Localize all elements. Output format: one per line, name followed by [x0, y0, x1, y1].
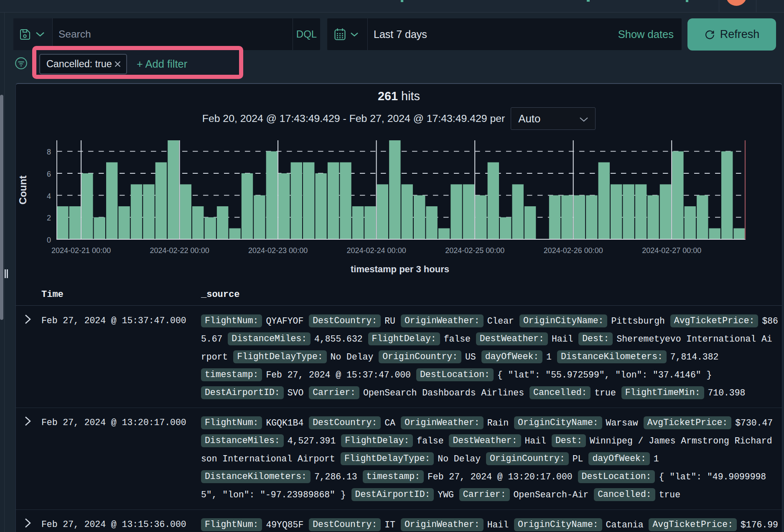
- svg-text:2024-02-21 00:00: 2024-02-21 00:00: [51, 246, 111, 255]
- svg-text:0: 0: [47, 236, 51, 244]
- svg-text:Count: Count: [17, 175, 28, 204]
- svg-text:2024-02-24 00:00: 2024-02-24 00:00: [347, 246, 406, 255]
- svg-text:6: 6: [47, 170, 51, 178]
- svg-text:2024-02-23 00:00: 2024-02-23 00:00: [248, 246, 308, 255]
- svg-text:2024-02-26 00:00: 2024-02-26 00:00: [544, 246, 603, 255]
- svg-text:4: 4: [47, 192, 51, 200]
- svg-text:2024-02-27 00:00: 2024-02-27 00:00: [642, 246, 701, 255]
- svg-text:timestamp per 3 hours: timestamp per 3 hours: [351, 264, 449, 274]
- svg-text:2024-02-25 00:00: 2024-02-25 00:00: [445, 246, 504, 255]
- svg-text:2024-02-22 00:00: 2024-02-22 00:00: [150, 246, 209, 255]
- svg-text:8: 8: [47, 148, 51, 156]
- svg-text:2: 2: [47, 214, 51, 222]
